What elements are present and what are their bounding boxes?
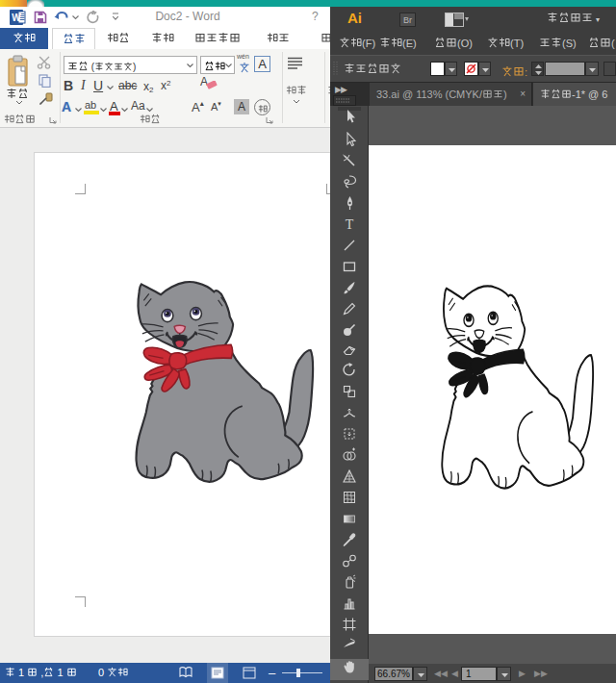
- svg-text:T: T: [346, 217, 354, 232]
- svg-text:W: W: [12, 13, 21, 23]
